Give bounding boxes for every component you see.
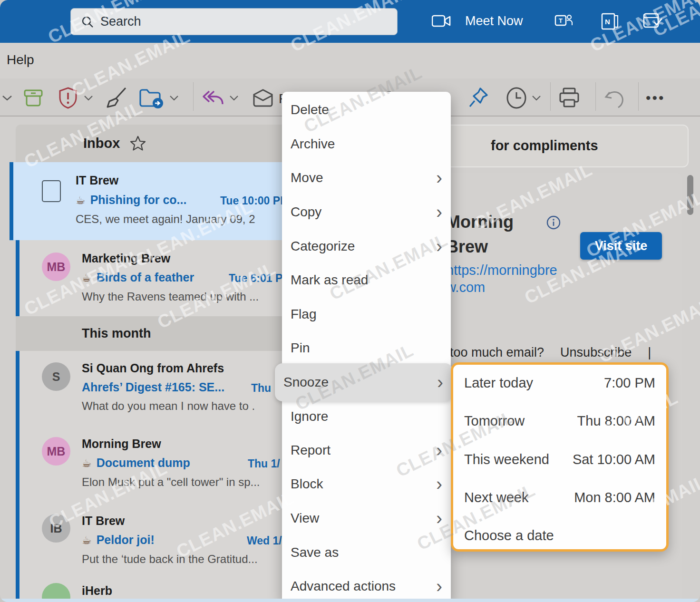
unsubscribe-link[interactable]: Unsubscribe: [560, 345, 632, 359]
menu-item-report[interactable]: Report›: [282, 438, 451, 462]
star-icon[interactable]: [129, 135, 146, 152]
chevron-down-icon[interactable]: [229, 80, 239, 116]
menu-item-flag[interactable]: Flag: [282, 302, 451, 326]
avatar: MB: [42, 437, 70, 466]
email-sender: Marketing Brew: [82, 252, 170, 265]
toolbar-divider: [595, 82, 596, 111]
sweep-icon[interactable]: [104, 80, 128, 116]
shield-alert-icon[interactable]: [57, 80, 79, 116]
email-preview: What do you mean I now have to .: [82, 399, 255, 413]
email-time: Tue 10:00 PM: [220, 194, 289, 207]
menu-item-move[interactable]: Move›: [282, 166, 451, 190]
unread-stripe: [16, 501, 19, 575]
undo-icon[interactable]: [603, 80, 626, 116]
avatar: S: [42, 362, 70, 391]
menu-item-delete[interactable]: Delete: [282, 98, 451, 122]
title-bar: Search Meet Now T N: [0, 0, 700, 43]
search-input[interactable]: Search: [70, 8, 398, 35]
toolbar-divider: [193, 82, 194, 111]
email-checkbox[interactable]: [42, 180, 61, 202]
scrollbar-thumb[interactable]: [687, 175, 693, 215]
email-sender: iHerb: [82, 584, 112, 598]
unread-stripe: [10, 162, 13, 240]
menu-item-block[interactable]: Block›: [282, 472, 451, 496]
snooze-option-later-today[interactable]: Later today7:00 PM: [451, 371, 669, 395]
brand-name-line2: Brew: [446, 237, 488, 257]
unread-stripe: [16, 240, 19, 316]
chevron-down-icon[interactable]: [169, 80, 179, 116]
snooze-option-tomorrow[interactable]: TomorrowThu 8:00 AM: [451, 409, 669, 433]
coffee-icon: ☕: [82, 457, 92, 469]
snooze-time: 7:00 PM: [604, 375, 655, 391]
visit-site-button[interactable]: Visit site: [580, 232, 662, 260]
menu-item-save-as[interactable]: Save as: [282, 541, 451, 564]
avatar: IB: [42, 514, 70, 543]
toolbar-divider: [638, 82, 639, 111]
info-icon[interactable]: [546, 215, 561, 230]
meet-now-button[interactable]: Meet Now: [465, 14, 523, 29]
snooze-time: Mon 8:00 AM: [574, 490, 655, 505]
footer-question: too much email?: [450, 345, 544, 359]
toolbar-divider: [550, 82, 551, 111]
unread-stripe: [16, 351, 19, 425]
brand-name-line1: Morning: [446, 212, 514, 232]
brand-url-line1[interactable]: https://morningbre: [446, 262, 557, 278]
email-subject: Phishing for co...: [90, 193, 187, 206]
unread-stripe: [16, 425, 19, 501]
svg-text:T: T: [559, 17, 563, 24]
email-time: Thu 1/: [248, 457, 280, 470]
menu-item-snooze[interactable]: Snooze›: [275, 370, 452, 394]
footer-separator: |: [648, 345, 651, 359]
menu-item-archive[interactable]: Archive: [282, 132, 451, 156]
message-subject-header: for compliments: [443, 125, 689, 167]
snooze-option-next-week[interactable]: Next weekMon 8:00 AM: [451, 485, 669, 509]
menu-item-advanced-actions[interactable]: Advanced actions›: [282, 574, 451, 598]
menu-item-ignore[interactable]: Ignore: [282, 405, 451, 428]
chevron-down-icon[interactable]: [2, 80, 12, 116]
reply-all-icon[interactable]: [200, 80, 224, 116]
menu-item-copy[interactable]: Copy›: [282, 200, 451, 224]
email-subject: Peldor joi!: [97, 533, 155, 546]
menu-item-categorize[interactable]: Categorize›: [282, 234, 451, 258]
email-sender: IT Brew: [82, 514, 125, 528]
snooze-time: Sat 10:00 AM: [573, 452, 655, 467]
teams-icon[interactable]: T: [554, 13, 574, 30]
tab-help[interactable]: Help: [7, 52, 34, 68]
coffee-icon: ☕: [82, 272, 92, 284]
todo-icon[interactable]: [643, 12, 663, 30]
email-sender: Morning Brew: [82, 437, 161, 451]
coffee-icon: ☕: [82, 534, 92, 546]
menu-item-pin[interactable]: Pin: [282, 336, 451, 360]
email-subject: Birds of a feather: [97, 271, 194, 284]
outlook-window: Search Meet Now T N Help: [0, 0, 700, 602]
more-ellipsis-icon[interactable]: •••: [646, 80, 665, 116]
message-subject: for compliments: [491, 138, 598, 154]
pin-icon[interactable]: [468, 80, 489, 116]
email-subject: Ahrefs’ Digest #165: SE...: [82, 380, 224, 394]
snooze-option-this-weekend[interactable]: This weekendSat 10:00 AM: [451, 447, 669, 471]
email-time: Thu: [251, 382, 271, 395]
inbox-title: Inbox: [83, 136, 120, 151]
video-camera-icon[interactable]: [432, 14, 451, 28]
chevron-down-icon[interactable]: [532, 80, 541, 116]
ribbon-tabs-row: [0, 43, 700, 78]
snooze-time: Thu 8:00 AM: [577, 413, 655, 429]
email-subject: Document dump: [97, 456, 190, 469]
email-preview: Why the Ravens teamed up with ...: [82, 290, 259, 303]
snooze-clock-icon[interactable]: [505, 80, 528, 116]
chevron-down-icon[interactable]: [84, 80, 93, 116]
brand-url-line2[interactable]: w.com: [446, 280, 485, 295]
email-sender: IT Brew: [76, 174, 118, 187]
read-unread-envelope-icon[interactable]: [251, 80, 275, 116]
archive-icon[interactable]: [21, 80, 46, 116]
coffee-icon: ☕: [76, 194, 86, 206]
snooze-option-choose-a-date[interactable]: Choose a date: [451, 524, 669, 547]
email-preview: Put the ‘tude back in the Gratitud...: [82, 553, 258, 566]
print-icon[interactable]: [557, 80, 581, 116]
move-to-folder-icon[interactable]: [138, 80, 165, 116]
email-preview: Elon Musk put a "cell tower" in sp...: [82, 476, 260, 489]
onenote-icon[interactable]: N: [600, 13, 619, 30]
menu-item-mark-as-read[interactable]: Mark as read: [282, 268, 451, 292]
email-sender: Si Quan Ong from Ahrefs: [82, 361, 224, 375]
menu-item-view[interactable]: View›: [282, 506, 451, 530]
